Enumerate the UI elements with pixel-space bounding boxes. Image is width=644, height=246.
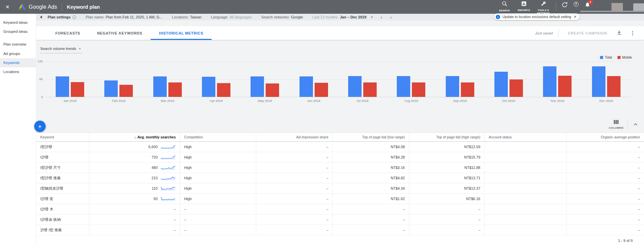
cell-keyword: I型沙發 推薦 bbox=[36, 173, 89, 183]
top-app-bar: ✕ Google Ads Keyword plan SEARCH REPORTS bbox=[0, 0, 644, 14]
bar-total bbox=[104, 80, 118, 97]
cell-keyword: I型沙發 bbox=[36, 142, 89, 152]
collapse-panel-icon[interactable] bbox=[40, 15, 42, 19]
tab-historical-metrics[interactable]: HISTORICAL METRICS bbox=[151, 26, 212, 40]
table-controls: COLUMNS bbox=[609, 119, 639, 129]
bar-total bbox=[543, 66, 556, 97]
sidebar-item-plan-overview[interactable]: Plan overview bbox=[0, 40, 36, 49]
column-header-avg_monthly_searches[interactable]: ↓Avg. monthly searches bbox=[89, 133, 180, 141]
collapse-table-button[interactable] bbox=[632, 121, 639, 127]
columns-button[interactable]: COLUMNS bbox=[609, 119, 624, 129]
tools-settings-button[interactable]: TOOLS & SETTINGS bbox=[534, 1, 553, 15]
sidebar-item-keywords[interactable]: Keywords bbox=[0, 58, 36, 67]
close-icon[interactable]: ✕ bbox=[5, 4, 10, 9]
tab-negative-keywords[interactable]: NEGATIVE KEYWORDS bbox=[89, 26, 151, 40]
table-body: I型沙發6,600High–NT$4.08NT$12.59–I沙發720High… bbox=[36, 142, 644, 235]
pagination-status: 1 - 9 of 9 bbox=[618, 239, 633, 243]
setting-label: Locations: bbox=[172, 15, 189, 19]
reports-button[interactable]: REPORTS bbox=[514, 1, 534, 12]
cell-account_status bbox=[485, 194, 567, 204]
help-button[interactable]: ? bbox=[570, 1, 582, 7]
controls-divider bbox=[628, 119, 628, 129]
column-header-organic_avg_position[interactable]: Organic average position bbox=[567, 133, 644, 141]
keyword-row[interactable]: I型沙發6,600High–NT$4.08NT$12.59– bbox=[36, 142, 644, 152]
tab-forecasts[interactable]: FORECASTS bbox=[47, 26, 89, 40]
bar-mobile bbox=[461, 82, 474, 97]
keyword-row[interactable]: I沙發720High–NT$4.28NT$15.79– bbox=[36, 152, 644, 163]
sidebar-item-ad-groups[interactable]: Ad groups bbox=[0, 49, 36, 58]
previous-period-button[interactable]: ‹ bbox=[381, 15, 382, 19]
keyword-row[interactable]: I沙發 木–––––– bbox=[36, 204, 644, 214]
setting-language[interactable]: Language:All languages bbox=[211, 15, 252, 19]
keyword-row[interactable]: I沙發 套50High–NT$1.62NT$6.16– bbox=[36, 194, 644, 204]
cell-competition: – bbox=[180, 214, 256, 225]
cell-keyword: I沙發床 收納 bbox=[36, 214, 89, 225]
search-button[interactable]: SEARCH bbox=[495, 1, 514, 12]
keyword-row[interactable]: 沙發 I型 推薦–––––– bbox=[36, 225, 644, 235]
cell-ad_impression_share: – bbox=[256, 183, 333, 193]
setting-search-networks[interactable]: Search networks:Google bbox=[261, 15, 303, 19]
cell-top_bid_high: NT$12.59 bbox=[409, 142, 485, 152]
y-axis-tick: 12K bbox=[36, 60, 43, 63]
chart-type-dropdown[interactable]: Search volume trends ▾ bbox=[40, 47, 83, 53]
cell-competition: High bbox=[180, 194, 256, 204]
next-period-button[interactable]: › bbox=[390, 15, 391, 19]
column-header-ad_impression_share[interactable]: Ad impression share bbox=[256, 133, 333, 141]
bar-total bbox=[592, 66, 605, 97]
cell-keyword: I型貓抓皮沙發 bbox=[36, 183, 89, 193]
create-campaign-button[interactable]: CREATE CAMPAIGN bbox=[564, 31, 611, 35]
bar-total bbox=[494, 72, 508, 97]
sidebar-item-grouped-ideas[interactable]: Grouped ideas bbox=[0, 27, 36, 36]
sidebar-item-locations[interactable]: Locations bbox=[0, 67, 36, 76]
columns-button-label: COLUMNS bbox=[609, 126, 624, 129]
tab-actions: Just saved CREATE CAMPAIGN ⋮ bbox=[535, 26, 638, 40]
cell-organic_avg_position: – bbox=[567, 152, 644, 162]
column-header-keyword[interactable]: Keyword bbox=[36, 133, 89, 141]
column-header-account_status[interactable]: Account status bbox=[485, 133, 567, 141]
setting-value: All languages bbox=[230, 15, 252, 19]
add-keywords-button[interactable]: + bbox=[34, 121, 46, 132]
chart-plot bbox=[46, 61, 631, 97]
brand-name: Google Ads bbox=[29, 4, 57, 10]
setting-plan-name[interactable]: Plan name:Plan from Feb 11, 2020, 1 AM, … bbox=[86, 15, 162, 19]
legend-item-total: Total bbox=[600, 56, 612, 59]
refresh-button[interactable] bbox=[559, 1, 570, 9]
column-header-top_bid_high[interactable]: Top of page bid (high range) bbox=[409, 133, 485, 141]
cell-account_status bbox=[485, 142, 567, 152]
more-options-button[interactable]: ⋮ bbox=[627, 30, 638, 36]
content-area: Search volume trends ▾ TotalMobile 12K 6… bbox=[36, 40, 644, 246]
chevron-down-icon: ▾ bbox=[371, 15, 373, 19]
cell-avg_monthly_searches: – bbox=[89, 204, 180, 214]
plan-settings-title[interactable]: Plan settings bbox=[48, 15, 70, 19]
keyword-row[interactable]: I沙發床 收納–––––– bbox=[36, 214, 644, 225]
cell-competition: High bbox=[180, 173, 256, 183]
notification-close-icon[interactable]: ✕ bbox=[574, 15, 577, 19]
cell-competition: High bbox=[180, 183, 256, 193]
bar-mobile bbox=[558, 76, 572, 97]
bar-total bbox=[202, 77, 215, 97]
keyword-row[interactable]: I型貓抓皮沙發110High–NT$4.34NT$13.37– bbox=[36, 183, 644, 194]
cell-organic_avg_position: – bbox=[567, 214, 644, 225]
date-range-nav: ‹ › bbox=[381, 15, 392, 19]
plan-settings-fields: Plan name:Plan from Feb 11, 2020, 1 AM, … bbox=[86, 15, 303, 19]
sort-descending-icon: ↓ bbox=[134, 135, 136, 139]
download-button[interactable] bbox=[616, 30, 622, 37]
cell-ad_impression_share: – bbox=[256, 152, 333, 162]
save-status: Just saved bbox=[535, 31, 553, 35]
search-icon bbox=[501, 1, 508, 8]
help-icon: ? bbox=[574, 2, 579, 7]
setting-locations[interactable]: Locations:Taiwan bbox=[172, 15, 201, 19]
notifications-button[interactable]: ! bbox=[582, 1, 593, 9]
sidebar-item-keyword-ideas[interactable]: Keyword ideas bbox=[0, 18, 36, 27]
column-header-top_bid_low[interactable]: Top of page bid (low range) bbox=[333, 133, 409, 141]
date-range-picker[interactable]: Last 12 months Jan – Dec 2019 ▾ bbox=[312, 15, 373, 19]
keyword-row[interactable]: I型沙發 推薦210High–NT$4.82NT$13.71– bbox=[36, 173, 644, 183]
cell-avg_monthly_searches: 50 bbox=[89, 194, 180, 204]
bar-total bbox=[446, 76, 459, 97]
cell-top_bid_low: NT$4.34 bbox=[333, 183, 409, 193]
tab-bar: FORECASTSNEGATIVE KEYWORDSHISTORICAL MET… bbox=[36, 26, 644, 40]
legend-label: Mobile bbox=[622, 56, 632, 59]
column-header-competition[interactable]: Competition bbox=[180, 133, 256, 141]
keyword-row[interactable]: I型沙發 尺寸480High–NT$3.16NT$11.88– bbox=[36, 163, 644, 173]
cell-account_status bbox=[485, 183, 567, 193]
